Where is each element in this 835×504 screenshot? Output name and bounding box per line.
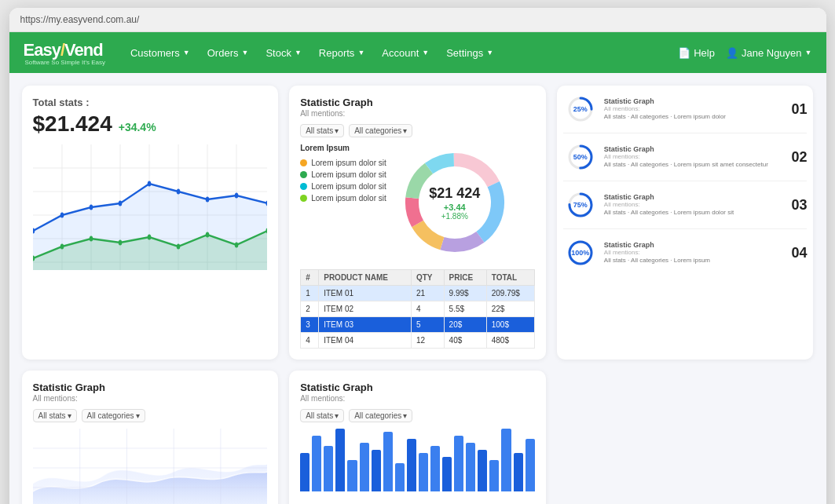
chevron-down-icon: ▼ xyxy=(295,49,302,57)
stat-mini-subtitle: All mentions: xyxy=(604,249,784,256)
filter-all-stats[interactable]: All stats ▾ xyxy=(300,124,344,137)
stat-mini-info: Statistic Graph All mentions: All stats … xyxy=(604,193,784,217)
url-text: https://my.easyvend.com.au/ xyxy=(20,14,140,25)
user-menu[interactable]: 👤 Jane Nguyen ▼ xyxy=(726,47,812,59)
legend-dot-cyan xyxy=(300,183,307,190)
legend-section: Lorem Ipsum Lorem ipsum dolor sit Lorem … xyxy=(300,144,386,203)
total-stats-card: Total stats : $21.424 +34.4% xyxy=(22,86,279,360)
svg-point-27 xyxy=(147,235,151,240)
donut-center: $21 424 +3.44 +1.88% xyxy=(429,185,480,221)
svg-point-20 xyxy=(234,193,238,199)
circular-progress: 25% xyxy=(563,92,598,126)
nav-account[interactable]: Account ▼ xyxy=(374,42,437,64)
chevron-down-icon: ▾ xyxy=(335,411,339,420)
progress-label: 25% xyxy=(573,105,588,113)
browser-address-bar[interactable]: https://my.easyvend.com.au/ xyxy=(9,8,826,32)
nav-stock[interactable]: Stock ▼ xyxy=(258,42,309,64)
svg-point-29 xyxy=(205,232,209,238)
bar-item xyxy=(501,429,511,491)
progress-label: 100% xyxy=(571,249,589,257)
donut-filters: All stats ▾ All categories ▾ xyxy=(300,124,535,137)
wave-chart-area xyxy=(33,429,268,504)
navbar: Easy/Vend Software So Simple It's Easy C… xyxy=(9,32,826,73)
svg-point-30 xyxy=(234,243,238,248)
chevron-down-icon: ▾ xyxy=(68,411,71,420)
legend-item: Lorem ipsum dolor sit xyxy=(300,182,386,191)
svg-point-15 xyxy=(89,205,93,210)
stat-mini-card: 25% Statistic Graph All mentions: All st… xyxy=(563,92,808,133)
table-row: 4ITEM 041240$480$ xyxy=(301,333,535,349)
nav-reports[interactable]: Reports ▼ xyxy=(311,42,372,64)
stat-mini-info: Statistic Graph All mentions: All stats … xyxy=(604,97,784,121)
stats-amount: $21.424 xyxy=(33,111,112,137)
legend-dot-orange xyxy=(300,159,307,166)
help-icon: 📄 xyxy=(678,47,690,59)
nav-orders[interactable]: Orders ▼ xyxy=(200,42,257,64)
bar-item xyxy=(442,457,452,491)
progress-label: 50% xyxy=(573,153,588,161)
stat-mini-desc: All stats · All categories · Lorem ipsum… xyxy=(604,209,784,217)
svg-point-28 xyxy=(176,244,180,250)
legend-dot-lime xyxy=(300,195,307,202)
legend-items: Lorem ipsum dolor sit Lorem ipsum dolor … xyxy=(300,159,386,203)
svg-point-25 xyxy=(89,236,93,242)
circular-progress: 50% xyxy=(563,140,598,174)
chevron-down-icon: ▾ xyxy=(136,411,140,420)
stat-cards-right: 25% Statistic Graph All mentions: All st… xyxy=(557,86,814,360)
donut-card-title: Statistic Graph xyxy=(300,97,535,108)
logo[interactable]: Easy/Vend Software So Simple It's Easy xyxy=(24,40,105,66)
browser-frame: https://my.easyvend.com.au/ Easy/Vend So… xyxy=(9,8,826,504)
svg-point-14 xyxy=(60,213,64,218)
product-table: # PRODUCT NAME QTY PRICE TOTAL 1ITEM 012… xyxy=(300,269,535,349)
chevron-down-icon: ▾ xyxy=(403,126,407,135)
logo-text: Easy/Vend xyxy=(24,40,105,60)
bar-item xyxy=(324,446,333,491)
wave-filter-stats[interactable]: All stats ▾ xyxy=(33,409,77,422)
stat-mini-info: Statistic Graph All mentions: All stats … xyxy=(604,145,784,169)
chevron-down-icon: ▼ xyxy=(422,49,429,57)
bar-item xyxy=(372,450,381,491)
bar-item xyxy=(395,463,405,491)
bar-item xyxy=(335,429,345,491)
logo-sub: Software So Simple It's Easy xyxy=(25,59,105,66)
svg-point-26 xyxy=(118,240,122,246)
stat-mini-subtitle: All mentions: xyxy=(604,153,784,160)
circular-progress: 75% xyxy=(563,188,598,222)
bar-item xyxy=(454,436,463,491)
user-icon: 👤 xyxy=(726,47,738,59)
nav-customers[interactable]: Customers ▼ xyxy=(123,42,198,64)
stat-mini-desc: All stats · All categories · Lorem ipsum… xyxy=(604,161,784,169)
col-num: # xyxy=(301,270,319,286)
bar-filter-categories[interactable]: All categories ▾ xyxy=(349,409,412,422)
bar-item xyxy=(347,460,357,491)
nav-settings[interactable]: Settings ▼ xyxy=(438,42,501,64)
wave-svg xyxy=(33,429,268,504)
stat-mini-card: 50% Statistic Graph All mentions: All st… xyxy=(563,140,808,181)
circular-progress: 100% xyxy=(563,236,598,270)
stat-num: 04 xyxy=(789,245,807,261)
help-button[interactable]: 📄 Help xyxy=(678,47,715,59)
bar-item xyxy=(300,453,309,491)
line-chart-area xyxy=(33,144,268,270)
wave-filter-categories[interactable]: All categories ▾ xyxy=(82,409,145,422)
stats-label: Total stats : xyxy=(33,97,268,108)
stat-mini-desc: All stats · All categories · Lorem ipsum xyxy=(604,257,784,265)
stats-change: +34.4% xyxy=(119,121,156,133)
svg-point-24 xyxy=(60,244,64,250)
bar-card-title: Statistic Graph xyxy=(300,382,535,393)
stat-mini-card: 75% Statistic Graph All mentions: All st… xyxy=(563,188,808,229)
bar-item xyxy=(419,453,428,491)
chevron-down-icon: ▼ xyxy=(241,49,248,57)
nav-items: Customers ▼ Orders ▼ Stock ▼ Reports ▼ A… xyxy=(123,42,678,64)
filter-all-categories[interactable]: All categories ▾ xyxy=(349,124,412,137)
stat-mini-title: Statistic Graph xyxy=(604,145,784,153)
bar-item xyxy=(489,460,499,491)
nav-right: 📄 Help 👤 Jane Nguyen ▼ xyxy=(678,47,811,59)
chevron-down-icon: ▼ xyxy=(183,49,190,57)
svg-point-17 xyxy=(147,181,151,187)
legend-title: Lorem Ipsum xyxy=(300,144,386,152)
wave-card-subtitle: All mentions: xyxy=(33,394,268,403)
stat-mini-desc: All stats · All categories · Lorem ipsum… xyxy=(604,113,784,121)
table-row: 3ITEM 03520$100$ xyxy=(301,317,535,333)
bar-filter-stats[interactable]: All stats ▾ xyxy=(300,409,344,422)
